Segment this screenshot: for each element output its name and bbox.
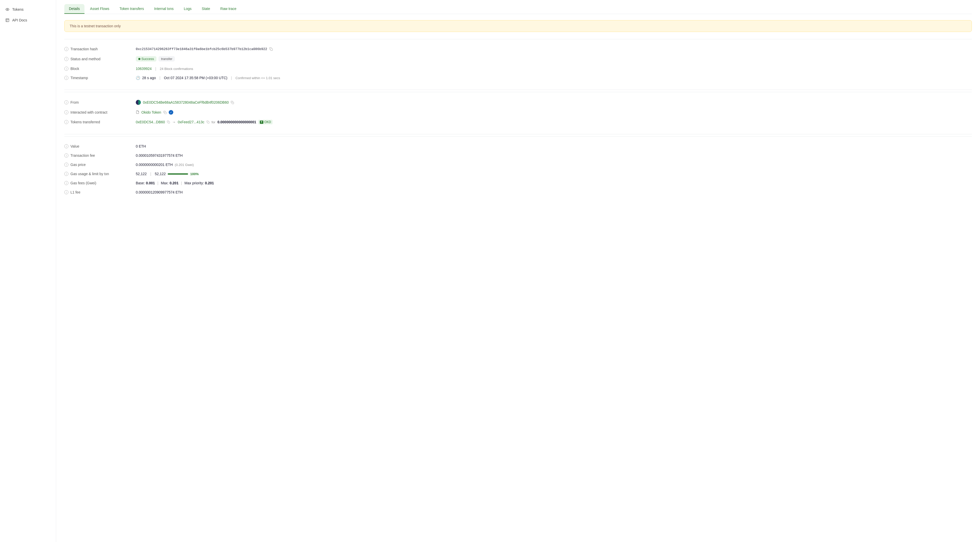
info-icon-tokens[interactable]: i [64,120,68,124]
clock-icon: 🕐 [136,76,140,80]
gas-fees-text: Base: 0.001 | Max: 0.201 | Max priority:… [136,181,214,185]
info-icon-from[interactable]: i [64,100,68,104]
from-address-link[interactable]: 0xE0DC54Be68aA1583728048aCeFf6dB4f0206DB… [143,100,229,104]
section-divider-1 [64,89,972,90]
main-content: Details Asset Flows Token transfers Inte… [56,0,980,542]
info-icon-timestamp[interactable]: i [64,76,68,80]
status-badge: Success [136,56,156,62]
gas-sep: | [150,172,151,176]
svg-rect-6 [207,122,209,124]
row-status-method: i Status and method Success transfer [64,54,972,64]
copy-contract-button[interactable] [163,111,167,114]
tab-internal-txns[interactable]: Internal txns [150,4,178,14]
timestamp-sep1: | [159,76,161,80]
copy-token-to-button[interactable] [207,121,210,124]
token-to-address[interactable]: 0xFeed27...413c [178,120,204,124]
row-gas-price: i Gas price 0.0000000000201 ETH (0.201 G… [64,160,972,169]
hash-value: 0xc21534714296263ff73e1846a31f0a6be1bfcb… [136,47,267,51]
api-icon [5,18,10,22]
copy-hash-button[interactable] [269,47,273,51]
value-gas-price: 0.0000000000201 ETH (0.201 Gwei) [136,163,972,167]
row-l1-fee: i L1 fee 0.000000120909977574 ETH [64,188,972,197]
row-timestamp: i Timestamp 🕐 28 s ago | Oct 07 2024 17:… [64,73,972,83]
sidebar-item-tokens[interactable]: Tokens [0,4,56,15]
block-number-link[interactable]: 10639924 [136,67,151,71]
label-block: i Block [64,67,136,71]
tab-state[interactable]: State [197,4,215,14]
label-value: i Value [64,144,136,148]
tab-raw-trace[interactable]: Raw trace [216,4,241,14]
sidebar-item-api-docs[interactable]: API Docs [0,15,56,26]
info-icon-status[interactable]: i [64,57,68,61]
row-transaction-hash: i Transaction hash 0xc21534714296263ff73… [64,45,972,54]
row-tokens-transferred: i Tokens transferred 0xE0DC54...DB60 → 0… [64,117,972,127]
copy-from-button[interactable] [231,101,234,104]
gas-limit: 52,122 [155,172,165,176]
value-block: 10639924 | 24 Block confirmations [136,67,972,71]
gas-progress [168,173,188,175]
svg-rect-4 [164,112,166,113]
tab-bar: Details Asset Flows Token transfers Inte… [64,0,972,14]
svg-rect-5 [168,122,170,124]
status-dot [138,58,140,60]
value-l1-fee: 0.000000120909977574 ETH [136,190,972,194]
label-gas-fees: i Gas fees (Gwei) [64,181,136,185]
token-amount: 0.000000000000000001 [218,120,256,124]
gas-progress-bar [168,173,188,175]
gas-max-priority: 0.201 [205,181,214,185]
label-gas-usage: i Gas usage & limit by txn [64,172,136,176]
token-from-address[interactable]: 0xE0DC54...DB60 [136,120,165,124]
row-transaction-fee: i Transaction fee 0.000010597431977574 E… [64,151,972,160]
tab-token-transfers[interactable]: Token transfers [115,4,148,14]
tab-logs[interactable]: Logs [179,4,196,14]
token-t-icon: T [260,121,263,124]
label-l1-fee: i L1 fee [64,190,136,194]
method-badge: transfer [159,56,175,62]
verified-icon: ✓ [169,110,173,115]
info-icon-hash[interactable]: i [64,47,68,51]
section-divider-2 [64,134,972,134]
value-gas-usage: 52,122 | 52,122 100% [136,172,972,176]
info-icon-contract[interactable]: i [64,110,68,114]
eth-amount: 0 ETH [136,144,146,148]
token-symbol-badge: T OKD [258,120,272,124]
info-icon-gas-price[interactable]: i [64,163,68,167]
method-text: transfer [161,57,172,61]
label-contract: i Interacted with contract [64,110,136,114]
gas-price-gwei: (0.201 Gwei) [175,163,194,167]
tab-asset-flows[interactable]: Asset Flows [86,4,114,14]
copy-token-from-button[interactable] [167,121,170,124]
svg-rect-2 [270,48,272,51]
value-contract: Okido Token ✓ [136,110,972,115]
label-from: i From [64,100,136,104]
info-icon-fee[interactable]: i [64,153,68,158]
value-from: 0xE0DC54Be68aA1583728048aCeFf6dB4f0206DB… [136,100,972,105]
row-gas-usage: i Gas usage & limit by txn 52,122 | 52,1… [64,169,972,179]
testnet-alert-banner: This is a testnet transaction only [64,20,972,32]
eye-icon [5,7,10,12]
svg-rect-1 [6,19,9,22]
value-timestamp: 🕐 28 s ago | Oct 07 2024 17:35:58 PM (+0… [136,76,972,80]
alert-message: This is a testnet transaction only [70,24,121,28]
label-timestamp: i Timestamp [64,76,136,80]
label-status-method: i Status and method [64,57,136,61]
info-icon-value[interactable]: i [64,144,68,148]
value-fee: 0.000010597431977574 ETH [136,153,972,158]
info-icon-block[interactable]: i [64,67,68,71]
timestamp-datetime: Oct 07 2024 17:35:58 PM (+03:00 UTC) [164,76,228,80]
label-tokens-transferred: i Tokens transferred [64,120,136,124]
value-transaction-hash: 0xc21534714296263ff73e1846a31f0a6be1bfcb… [136,47,972,51]
info-icon-gas-fees[interactable]: i [64,181,68,185]
row-gas-fees: i Gas fees (Gwei) Base: 0.001 | Max: 0.2… [64,179,972,188]
gas-progress-fill [168,173,188,175]
section-fees: i Value 0 ETH i Transaction fee 0.000010… [64,136,972,202]
sidebar-item-tokens-label: Tokens [12,7,24,11]
info-icon-gas-usage[interactable]: i [64,172,68,176]
tab-details[interactable]: Details [64,4,84,14]
token-symbol: OKD [264,120,271,124]
info-icon-l1-fee[interactable]: i [64,190,68,194]
row-contract: i Interacted with contract Okido Token [64,107,972,117]
token-for-label: for [212,120,215,124]
timestamp-confirmed: Confirmed within <= 1.01 secs [235,76,280,80]
contract-name-link[interactable]: Okido Token [142,110,161,114]
